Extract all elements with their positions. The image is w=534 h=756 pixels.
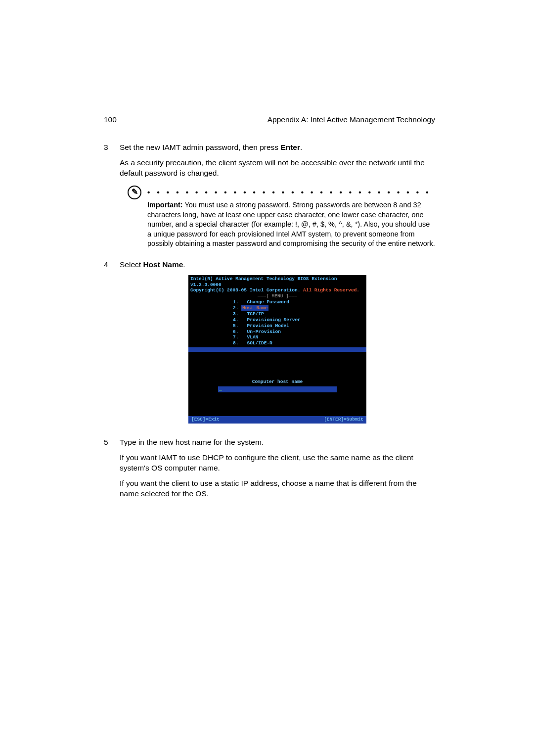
bios-menu-item: 1. Change Password	[233, 299, 366, 305]
bios-input: _	[218, 386, 337, 392]
text: .	[300, 143, 302, 151]
page-number: 100	[104, 115, 134, 125]
icon-glyph: ✎	[132, 187, 138, 197]
text: Select	[120, 260, 143, 269]
bios-footer: [ESC]=Exit [ENTER]=Submit	[188, 416, 366, 424]
bios-menu-item: 5. Provision Model	[233, 323, 366, 329]
bios-divider	[188, 347, 366, 352]
spacer	[188, 396, 366, 416]
bios-menu-item: 8. SOL/IDE-R	[233, 340, 366, 346]
bios-menu-item: 7. VLAN	[233, 334, 366, 340]
step-number: 5	[104, 437, 120, 504]
bios-screenshot: Intel(R) Active Management Technology BI…	[188, 275, 366, 424]
bios-prompt: Computer host name	[188, 379, 366, 385]
bios-menu-label: ———[ MENU ]———	[190, 293, 364, 299]
important-note: ✎ • • • • • • • • • • • • • • • • • • • …	[128, 188, 435, 249]
divider-dots: • • • • • • • • • • • • • • • • • • • • …	[147, 188, 435, 197]
bios-header: Intel(R) Active Management Technology BI…	[188, 275, 366, 300]
step5-para3: If you want the client to use a static I…	[120, 478, 435, 499]
bios-menu-item: 3. TCP/IP	[233, 311, 366, 317]
step-body: Type in the new host name for the system…	[120, 437, 435, 504]
step-5: 5 Type in the new host name for the syst…	[104, 437, 435, 504]
document-page: 100 Appendix A: Intel Active Management …	[0, 0, 534, 756]
step-body: Select Host Name. Intel(R) Active Manage…	[120, 260, 435, 434]
pencil-icon: ✎	[128, 186, 141, 199]
bios-menu-item: 6. Un-Provision	[233, 329, 366, 335]
bios-menu: 1. Change Password2. Host Name3. TCP/IP4…	[188, 299, 366, 347]
bios-menu-item: 4. Provisioning Server	[233, 317, 366, 323]
bios-title-2: Copyright(C) 2003-05 Intel Corporation. …	[190, 287, 364, 293]
step4-line1: Select Host Name.	[120, 260, 435, 270]
important-body: You must use a strong password. Strong p…	[147, 201, 435, 247]
key-enter: Enter	[280, 143, 300, 151]
important-label: Important:	[147, 201, 183, 209]
important-text: Important: You must use a strong passwor…	[147, 200, 435, 249]
text: .	[183, 260, 185, 269]
text: Set the new IAMT admin password, then pr…	[120, 143, 280, 151]
appendix-title: Appendix A: Intel Active Management Tech…	[134, 115, 435, 125]
step5-para1: Type in the new host name for the system…	[120, 437, 435, 448]
bios-prompt-area: Computer host name _	[188, 352, 366, 396]
text: Copyright(C) 2003-05 Intel Corporation.	[190, 287, 303, 293]
bios-title-1: Intel(R) Active Management Technology BI…	[190, 276, 364, 288]
cursor: _	[219, 386, 222, 392]
bios-menu-item: 2. Host Name	[233, 305, 366, 311]
step3-line1: Set the new IAMT admin password, then pr…	[120, 142, 435, 153]
step-4: 4 Select Host Name. Intel(R) Active Mana…	[104, 260, 435, 434]
page-header: 100 Appendix A: Intel Active Management …	[104, 115, 435, 125]
step-number: 4	[104, 260, 120, 434]
step-body: Set the new IAMT admin password, then pr…	[120, 142, 435, 184]
bios-foot-right: [ENTER]=Submit	[324, 417, 363, 423]
step-3: 3 Set the new IAMT admin password, then …	[104, 142, 435, 184]
step-number: 3	[104, 142, 120, 184]
text: All Rights Reserved.	[303, 287, 359, 293]
option-host-name: Host Name	[143, 260, 183, 269]
step5-para2: If you want IAMT to use DHCP to configur…	[120, 453, 435, 473]
bios-foot-left: [ESC]=Exit	[191, 417, 220, 423]
step3-para2: As a security precaution, the client sys…	[120, 158, 435, 179]
